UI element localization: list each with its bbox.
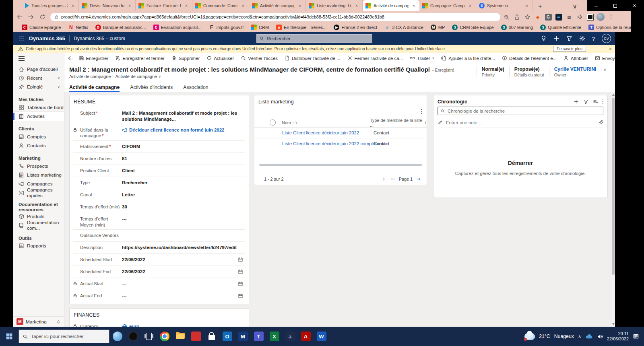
minimize-button[interactable] <box>595 2 598 9</box>
field-value[interactable]: 81 <box>120 156 245 162</box>
tab-close-icon[interactable] <box>411 3 417 8</box>
weather-temp[interactable]: 21°C <box>539 334 550 339</box>
calendar-icon[interactable] <box>238 281 243 286</box>
field-value[interactable]: --- <box>120 281 245 287</box>
form-field-row[interactable]: Scheduled End* 22/06/2022 <box>73 266 245 278</box>
bookmark-item[interactable]: F impots.gouv.fr <box>205 25 248 30</box>
sidebar-item[interactable]: Rapports <box>13 241 64 250</box>
tab-close-icon[interactable] <box>297 3 303 8</box>
task-view-icon[interactable] <box>141 327 157 346</box>
field-value[interactable]: Lettre <box>120 192 245 198</box>
form-field-row[interactable]: Actual Start* --- <box>73 278 245 290</box>
tab-close-icon[interactable] <box>127 3 132 8</box>
browser-tab[interactable]: S Systeme.io <box>476 0 533 11</box>
timeline-add-icon[interactable] <box>574 99 579 104</box>
tab-close-icon[interactable] <box>184 3 189 8</box>
form-field-row[interactable]: Utilisé dans la campagne* Décideur clien… <box>73 124 245 141</box>
command-button[interactable]: Enregistrer <box>75 56 112 61</box>
outlook-icon[interactable]: O <box>219 327 235 346</box>
bookmark-item[interactable]: S CRM Site Equipe <box>448 25 497 30</box>
zoom-icon[interactable] <box>502 12 511 21</box>
field-value[interactable]: --- <box>120 293 245 299</box>
column-header-name[interactable]: Nom↑ <box>282 120 297 125</box>
command-button[interactable]: Actualiser <box>203 56 237 61</box>
form-field-row[interactable]: Nombre d'actes* 81 <box>73 153 245 165</box>
sidebar-item[interactable]: Listes marketing <box>13 171 64 179</box>
sidebar-item[interactable]: Épinglé <box>13 82 64 91</box>
horizontal-scrollbar[interactable] <box>259 164 422 166</box>
sidebar-item[interactable]: Récent <box>13 74 64 82</box>
close-button[interactable] <box>633 2 636 9</box>
form-tab[interactable]: Activités d'incidents <box>130 83 173 92</box>
bookmark-item[interactable]: M MP <box>427 25 449 30</box>
field-value[interactable]: --- <box>120 216 245 222</box>
marketing-list-link[interactable]: Liste Client licence décideur juin 2022 <box>282 130 359 135</box>
sidebar-item[interactable]: Page d'accueil <box>13 65 64 74</box>
d365-search-input[interactable]: Rechercher <box>256 34 372 43</box>
next-page-icon[interactable] <box>416 177 421 181</box>
previous-page-icon[interactable] <box>390 177 395 181</box>
browser-tab[interactable]: Liste marketing: Liste <box>306 0 363 11</box>
tab-close-icon[interactable] <box>240 3 246 8</box>
timeline-sort-icon[interactable] <box>593 99 598 104</box>
form-field-row[interactable]: Etablissement* CIFORM <box>73 141 245 153</box>
header-field[interactable]: Proposé(e) Détails du statut <box>509 66 549 77</box>
command-button[interactable]: Ajouter à la file d'atte... <box>438 56 499 61</box>
acrobat-icon[interactable]: A <box>298 327 314 346</box>
file-explorer-icon[interactable] <box>172 327 188 346</box>
browser-tab[interactable]: Activité de campagne <box>363 0 419 11</box>
share-icon[interactable] <box>512 12 521 21</box>
learn-more-button[interactable]: En savoir plus <box>553 46 586 52</box>
back-icon[interactable] <box>15 12 25 22</box>
bookmark-item[interactable]: » 3 CX A distance <box>381 25 427 30</box>
header-expand-chevron-icon[interactable] <box>603 68 606 72</box>
bookmark-item[interactable]: S Qualité Efficiente <box>537 25 585 30</box>
help-icon[interactable] <box>592 35 595 42</box>
command-button[interactable]: Enregistrer et fermer <box>112 56 168 61</box>
maximize-button[interactable] <box>613 4 617 8</box>
form-field-row[interactable]: Outsource Vendors* --- <box>73 230 245 242</box>
grid-row[interactable]: Liste Client licence décideur juin 2022 … <box>254 128 427 138</box>
field-value[interactable]: 30 <box>120 204 245 210</box>
timeline-filter-icon[interactable] <box>583 99 588 104</box>
form-field-row[interactable]: Currency* euro <box>73 321 245 327</box>
timeline-more-icon[interactable] <box>603 99 604 104</box>
form-field-row[interactable]: Description* https://systeme.io/dashboar… <box>73 242 245 254</box>
bookmark-item[interactable]: CRM <box>248 25 272 30</box>
word-icon[interactable]: W <box>314 327 329 346</box>
field-value[interactable]: Rechercher <box>120 180 245 186</box>
dark-app-icon[interactable]: a <box>282 327 298 346</box>
start-button[interactable] <box>0 327 19 346</box>
volume-icon[interactable] <box>597 334 603 340</box>
plus-icon[interactable] <box>553 35 559 41</box>
d365-brand[interactable]: Dynamics 365 <box>29 35 65 41</box>
field-value[interactable]: --- <box>120 233 245 239</box>
bookmark-item[interactable]: N Netflix <box>64 25 92 30</box>
lightbulb-icon[interactable] <box>541 35 547 41</box>
field-value[interactable]: Décideur client licence non formé juin 2… <box>120 127 245 133</box>
browser-tab[interactable]: Commande: Comman <box>192 0 249 11</box>
timeline-note-input[interactable]: Entrer une note... <box>438 117 603 128</box>
form-tab[interactable]: Association <box>183 83 208 92</box>
field-value[interactable]: 22/06/2022 <box>120 257 245 263</box>
command-button[interactable]: Détails de l'élément e... <box>498 56 560 61</box>
vertical-scrollbar[interactable] <box>611 92 615 327</box>
browser-profile-avatar[interactable] <box>596 12 605 21</box>
excel-icon[interactable]: X <box>266 327 282 346</box>
marketing-list-link[interactable]: Liste Client licence décideur juin 2022 … <box>282 141 385 146</box>
form-field-row[interactable]: Actual End* --- <box>73 290 245 302</box>
bookmark-item[interactable]: E Evaluation acquisit... <box>150 25 205 30</box>
cortana-icon[interactable] <box>109 327 125 346</box>
address-bar[interactable]: proactifrh.crm4.dynamics.com/main.aspx?a… <box>50 13 500 21</box>
header-field[interactable]: Normal(e) Priority <box>477 66 509 77</box>
calendar-icon[interactable] <box>238 269 243 274</box>
tab-close-icon[interactable] <box>354 3 359 8</box>
form-field-row[interactable]: Position Client* Client <box>73 165 245 177</box>
command-button[interactable]: Fermer l'activité de ca... <box>344 56 407 61</box>
taskbar-search-input[interactable]: Taper ici pour rechercher <box>19 330 109 343</box>
attachment-icon[interactable] <box>598 120 603 125</box>
reload-icon[interactable] <box>37 12 47 22</box>
form-field-row[interactable]: Type* Rechercher <box>73 177 245 189</box>
bookmark-item[interactable]: B Banque et assuranc... <box>92 25 150 30</box>
field-value[interactable]: Client <box>120 168 245 174</box>
